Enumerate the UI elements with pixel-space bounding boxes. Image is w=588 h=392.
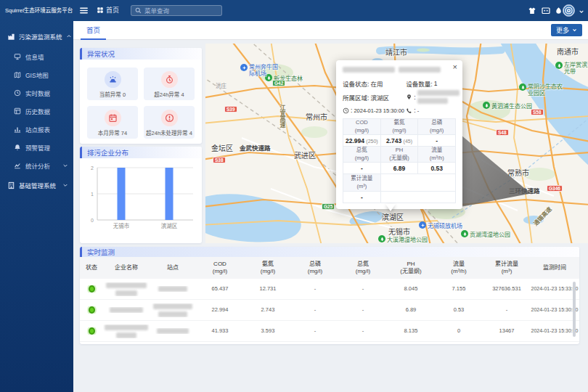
- monitor-col-PH: PH(无量纲): [388, 261, 434, 276]
- monitor-col-label: 站点: [167, 264, 179, 271]
- popup-arrow: [385, 204, 396, 211]
- map-label-大溪港湿地公园: 大溪港湿地公园: [378, 235, 428, 243]
- monitor-col-unit: (无量纲): [400, 268, 421, 275]
- menu-search[interactable]: [131, 5, 222, 16]
- monitor-col-label: COD: [213, 261, 226, 268]
- popup-metric-name: 总氮(mg/l): [343, 147, 381, 163]
- abnormal-card-2: 本月异常 74: [87, 106, 138, 139]
- popup-close-icon[interactable]: ×: [453, 63, 457, 71]
- monitor-value: 13467: [499, 327, 515, 335]
- hamburger-icon[interactable]: [79, 6, 89, 15]
- tab-bar: 首页 更多: [73, 21, 588, 40]
- sidebar-item-预警管理[interactable]: 预警管理: [0, 138, 73, 156]
- realtime-monitor-panel: 实时监测 状态企业名称站点COD(mg/l)氨氮(mg/l)总磷(mg/l)总氮…: [80, 247, 579, 344]
- plane-icon: [240, 64, 248, 71]
- monitor-col-unit: (mg/l): [356, 268, 370, 275]
- monitor-row-0[interactable]: 65.43712.731--8.0457.155327636.5312024-0…: [80, 279, 579, 300]
- sidebar-item-统计分析[interactable]: 统计分析: [0, 156, 73, 174]
- monitor-station-cell: [150, 328, 196, 334]
- app-title: Squirrel生态环境云服务平台: [0, 0, 73, 21]
- distribution-panel: 排污企业分布 012无锡市滨湖区: [80, 147, 202, 243]
- monitor-row-1[interactable]: 22.9942.743--6.890.53-2024-01-23 15:30:0…: [80, 300, 579, 321]
- popup-title-redacted: [343, 67, 456, 74]
- popup-info-sep: :: [351, 107, 352, 114]
- monitor-value: 327636.531: [492, 285, 521, 293]
- monitor-value: -: [314, 285, 317, 293]
- abnormal-card-1: 超24h异常 4: [144, 68, 195, 100]
- popup-metric-value: -: [343, 163, 381, 174]
- map-label-滨湖区: 滨湖区: [382, 211, 404, 222]
- monitor-value-cell: 12.731: [244, 285, 292, 293]
- monitor-status-cell: [80, 285, 103, 293]
- map-label-贡湖湾湿地公园: 贡湖湾湿地公园: [461, 230, 510, 238]
- abnormal-card-label: 本月异常 74: [87, 128, 138, 136]
- monitor-value-cell: 7.155: [434, 285, 483, 293]
- clock-icon: [14, 89, 21, 97]
- sidebar-item-label: 信息墙: [25, 52, 44, 61]
- sidebar-item-历史数据[interactable]: 历史数据: [0, 102, 73, 120]
- popup-metric-value: 22.994 (250): [343, 135, 381, 147]
- monitor-col-氨氮: 氨氮(mg/l): [244, 261, 292, 276]
- sidebar-item-实时数据[interactable]: 实时数据: [0, 83, 73, 102]
- monitor-station-cell: [150, 286, 196, 292]
- redacted-text: [158, 286, 187, 292]
- road-badge-S38: S38: [213, 157, 226, 163]
- sidebar-item-信息墙[interactable]: 信息墙: [0, 47, 73, 65]
- report-icon: [14, 126, 21, 133]
- monitor-row-2[interactable]: 41.9333.593--8.1350134672024-01-23 15:30…: [80, 321, 579, 342]
- chevron-down-icon: [62, 182, 68, 188]
- avatar[interactable]: [563, 4, 575, 17]
- monitor-value: 2024-01-23 15:30:00: [531, 306, 579, 313]
- popup-info-3: :: [406, 90, 456, 104]
- map-label-常熟市: 常熟市: [507, 167, 529, 178]
- layout-icon[interactable]: [541, 6, 550, 15]
- search-input[interactable]: [144, 7, 217, 15]
- sidebar-item-GIS地图[interactable]: GIS地图: [0, 65, 73, 83]
- monitor-value: 65.437: [212, 285, 229, 293]
- popup-metric-name: 流量(m³/h): [418, 147, 456, 163]
- sidebar-group-1[interactable]: 基础管理系统: [0, 174, 73, 196]
- popup-metric-name: PH(无量纲): [380, 147, 418, 163]
- search-icon: [135, 7, 142, 14]
- monitor-value-cell: 13467: [483, 327, 530, 335]
- popup-metric-name: 累计流量(m³): [343, 174, 381, 192]
- monitor-value-cell: -: [338, 306, 388, 314]
- monitor-value: 7.155: [452, 285, 466, 293]
- monitor-col-unit: (m³): [502, 268, 513, 275]
- sidebar-item-站点报表[interactable]: 站点报表: [0, 120, 73, 138]
- plane-icon: [419, 221, 426, 229]
- map-label-洪庄: 洪庄: [216, 81, 226, 89]
- popup-info-sep: :: [414, 94, 415, 101]
- monitor-value: -: [314, 327, 317, 335]
- park-icon: [519, 83, 526, 91]
- table-scrollbar[interactable]: [573, 282, 576, 337]
- abnormal-status-panel: 异常状况 当前异常 0超24h异常 4本月异常 74超24h未处理异常 4: [80, 48, 202, 144]
- monitor-col-总磷: 总磷(mg/l): [292, 261, 338, 276]
- theme-icon[interactable]: [527, 6, 536, 15]
- monitor-col-label: 总磷: [309, 261, 321, 268]
- monitor-col-label: 流量: [453, 261, 465, 268]
- monitor-value: 3.593: [261, 327, 275, 335]
- user-chevron-down-icon[interactable]: [578, 8, 584, 15]
- monitor-station-cell: [150, 303, 196, 317]
- sidebar-item-label: 统计分析: [25, 161, 50, 170]
- sidebar: Squirrel生态环境云服务平台 污染源监测系统信息墙GIS地图实时数据历史数…: [0, 0, 73, 392]
- map-label-text: 黄泗浦生态公园: [491, 102, 532, 110]
- svg-text:2: 2: [91, 166, 94, 171]
- monitor-col-总氮: 总氮(mg/l): [338, 261, 388, 276]
- grid-icon: [97, 7, 104, 14]
- monitor-col-监测时间: 监测时间: [530, 264, 579, 271]
- svg-text:无锡市: 无锡市: [113, 222, 130, 229]
- redacted-text: [110, 307, 143, 313]
- tab-home[interactable]: 首页: [81, 21, 106, 40]
- more-button[interactable]: 更多: [551, 24, 582, 36]
- monitor-value-cell: 2024-01-23 15:33:00: [530, 285, 579, 292]
- breadcrumb[interactable]: 首页: [106, 0, 119, 21]
- monitor-col-label: 监测时间: [543, 264, 566, 271]
- popup-info-value: 2024-01-23 15:30:00: [354, 107, 404, 114]
- popup-metric-value: -: [418, 135, 456, 147]
- top-bar: 首页: [0, 0, 588, 21]
- monitor-col-unit: (m³/h): [451, 268, 466, 275]
- device-popup: × 设备状态: 在用设备数量: 1所属区域: 滨湖区: : 2024-01-23…: [336, 60, 462, 209]
- sidebar-group-0[interactable]: 污染源监测系统: [0, 25, 73, 47]
